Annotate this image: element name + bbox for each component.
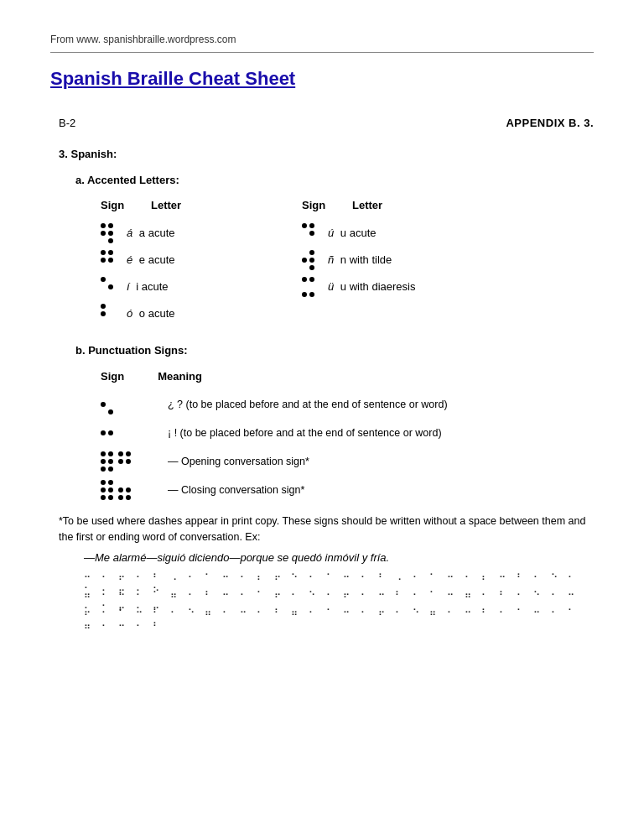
letter-header-left: Letter [151,197,218,215]
braille-o-acute [101,304,113,324]
sign-header-right: Sign [302,197,335,215]
row-u-diaeresis: ü u with diaeresis [302,277,470,297]
punct-row-close: — Closing conversation sign* [101,480,594,500]
braille-i-acute [101,277,113,297]
row-i-acute: í i acute [101,277,268,297]
punctuation-section: b. Punctuation Signs: Sign Meaning ¿ ? (… [75,342,594,500]
punct-table: Sign Meaning ¿ ? (to be placed before an… [101,368,594,500]
braille-u-acute [302,223,314,243]
braille-question [101,394,151,414]
right-header: Sign Letter [302,197,470,215]
braille-example-row-2: ⠶ ⠂ ⠒ ⠂ ⠁ ⠶ ⠂ ⠃ ⠒ ⠂ ⠁ ⠖ ⠂ ⠑ ⠂ ⠖ ⠂ ⠒ ⠃ ⠂ … [84,589,594,604]
source-line: From www. spanishbraille.wordpress.com [50,34,594,45]
divider [50,52,594,53]
punct-row-exclaim: ¡ ! (to be placed before and at the end … [101,423,594,443]
braille-exclaim [101,423,151,443]
braille-close-conv [101,480,151,500]
appendix-header: B-2 APPENDIX B. 3. [59,115,594,133]
sign-header-left: Sign [101,197,134,215]
row-o-acute: ó o acute [101,304,268,324]
accented-label: a. Accented Letters: [75,172,594,190]
braille-a-acute [101,223,113,243]
section-label: 3. Spanish: [59,146,594,164]
braille-e-acute [101,250,113,270]
braille-n-tilde [302,250,314,270]
braille-example-row-3: ⠖ ⠂ ⠁ ⠒ ⠃ ⠂ ⠑ ⠶ ⠂ ⠒ ⠂ ⠃ ⠶ ⠂ ⠁ ⠒ ⠂ ⠖ ⠂ ⠑ … [84,607,594,622]
row-a-acute: á a acute [101,223,268,243]
row-n-tilde: ñ n with tilde [302,250,470,270]
right-col: Sign Letter ú u acute [302,197,470,331]
example-text: —Me alarmé—siguió diciendo—porque se que… [84,550,594,566]
meaning-col-header: Meaning [158,368,202,386]
braille-open-conv [101,451,151,472]
accented-letters-section: a. Accented Letters: Sign Letter á a acu… [75,172,594,331]
appendix-title: APPENDIX B. 3. [506,115,594,133]
left-col: Sign Letter á a acute [101,197,268,331]
sign-col-header: Sign [101,368,124,386]
document-body: B-2 APPENDIX B. 3. 3. Spanish: a. Accent… [59,115,594,622]
punct-label: b. Punctuation Signs: [75,342,594,360]
punct-header: Sign Meaning [101,368,594,386]
accented-table: Sign Letter á a acute [101,197,594,331]
main-title[interactable]: Spanish Braille Cheat Sheet [50,68,594,90]
punct-row-open: — Opening conversation sign* [101,451,594,472]
braille-u-diaeresis [302,277,314,297]
row-e-acute: é e acute [101,250,268,270]
letter-header-right: Letter [352,197,419,215]
page-ref: B-2 [59,115,75,133]
left-header: Sign Letter [101,197,268,215]
punct-row-question: ¿ ? (to be placed before and at the end … [101,394,594,414]
footnote: *To be used where dashes appear in print… [59,513,594,622]
row-u-acute: ú u acute [302,223,470,243]
braille-example-row-1: ⠒ ⠂ ⠖ ⠂ ⠃ ⠠ ⠂ ⠁ ⠒ ⠂ ⠆ ⠖ ⠑ ⠂ ⠁ ⠒ ⠂ ⠃ ⠠ ⠂ … [84,571,594,586]
